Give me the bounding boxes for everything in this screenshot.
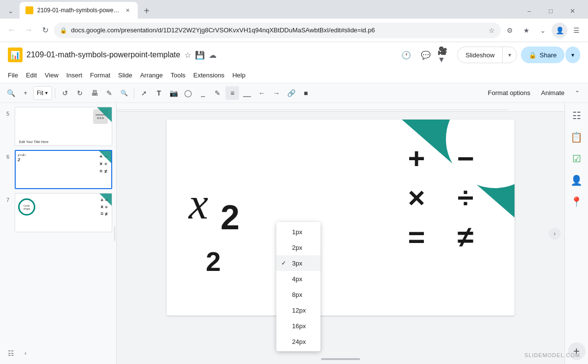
comment-icon[interactable]: 💬 <box>418 47 434 63</box>
menu-tools[interactable]: Tools <box>167 69 189 82</box>
format-options-btn[interactable]: Format options <box>483 86 536 100</box>
option-label: 12px <box>292 307 306 314</box>
border-dash-btn[interactable]: ⎯⎯ <box>240 86 254 100</box>
menu-insert[interactable]: Insert <box>62 69 86 82</box>
arrow-start-btn[interactable]: ← <box>255 86 269 100</box>
tab-favicon <box>25 6 33 14</box>
minimize-btn[interactable]: – <box>519 4 539 18</box>
border-16px-option[interactable]: 16px <box>276 318 320 334</box>
sidebar-contacts-icon[interactable]: 👤 <box>568 171 586 189</box>
collapse-panel-btn[interactable]: ‹ <box>20 347 31 359</box>
slide-num-7: 7 <box>4 197 12 203</box>
extensions-btn[interactable]: ☰ <box>568 23 584 38</box>
star-icon[interactable]: ☆ <box>184 50 191 60</box>
menu-extensions[interactable]: Extensions <box>190 69 229 82</box>
paint-format-btn[interactable]: ✎ <box>102 86 116 100</box>
slide-thumb-5[interactable]: 5 <box>4 107 112 146</box>
reload-btn[interactable]: ↻ <box>37 23 53 38</box>
slideshow-button[interactable]: Slideshow <box>457 47 502 63</box>
sidebar-notes-icon[interactable]: 📋 <box>568 128 586 146</box>
lock-icon: 🔒 <box>60 27 67 34</box>
image-btn[interactable]: 📷 <box>167 86 180 100</box>
shape-btn[interactable]: ◯ <box>181 86 195 100</box>
horizontal-scrollbar[interactable] <box>321 358 360 360</box>
math-operators: + − × ÷ = ≠ <box>397 144 485 252</box>
slide-preview-6[interactable]: x=4÷2 +− ×÷ =≠ <box>15 150 112 189</box>
forward-btn[interactable]: → <box>21 23 36 38</box>
option-label: 24px <box>292 338 306 345</box>
grid-view-btn[interactable]: ☷ <box>4 346 18 360</box>
slide-thumb-6[interactable]: 6 x=4÷2 +− ×÷ =≠ <box>4 150 112 189</box>
share-dropdown-btn[interactable]: ▼ <box>565 47 580 63</box>
border-1px-option[interactable]: 1px <box>276 224 320 240</box>
accessibility-btn[interactable]: ■ <box>299 86 313 100</box>
zoom-field-btn[interactable]: 🔍 <box>117 86 131 100</box>
video-icon[interactable]: 🎥▼ <box>438 47 453 63</box>
undo-btn[interactable]: ↺ <box>58 86 72 100</box>
slide-canvas[interactable]: x 2 2 + − × ÷ = ≠ <box>167 120 514 315</box>
slide-preview-5[interactable]: Edit Your Title Here <box>15 107 112 146</box>
menu-arrange[interactable]: Arrange <box>136 69 167 82</box>
profile-btn[interactable]: 👤 <box>552 23 567 38</box>
watermark: SLIDEMODEL.COM <box>524 352 580 358</box>
line-btn[interactable]: ⎯ <box>196 86 210 100</box>
menu-slide[interactable]: Slide <box>114 69 136 82</box>
sidebar-maps-icon[interactable]: 📍 <box>568 193 586 211</box>
minus-symbol: − <box>446 144 485 173</box>
maximize-btn[interactable]: □ <box>541 4 561 18</box>
animate-btn[interactable]: Animate <box>536 86 569 100</box>
zoom-out-btn[interactable]: + <box>19 86 32 100</box>
border-3px-option[interactable]: ✓ 3px <box>276 255 320 271</box>
print-btn[interactable]: 🖶 <box>88 86 101 100</box>
address-bar[interactable]: 🔒 docs.google.com/presentation/d/1D12V2W… <box>54 23 501 38</box>
border-24px-option[interactable]: 24px <box>276 334 320 349</box>
history-icon[interactable]: 🕐 <box>398 47 414 63</box>
collapse-toolbar-btn[interactable]: ⌃ <box>570 86 584 100</box>
menu-edit[interactable]: Edit <box>22 69 41 82</box>
sidebar-sheets-icon[interactable]: ☷ <box>568 107 586 124</box>
new-tab-btn[interactable]: + <box>140 4 153 18</box>
border-12px-option[interactable]: 12px <box>276 302 320 318</box>
border-8px-option[interactable]: 8px <box>276 287 320 302</box>
zoom-value: Fit <box>37 90 43 97</box>
menu-view[interactable]: View <box>41 69 62 82</box>
arrow-end-btn[interactable]: → <box>270 86 283 100</box>
border-4px-option[interactable]: 4px <box>276 271 320 287</box>
menu-help[interactable]: Help <box>228 69 249 82</box>
slideshow-dropdown-btn[interactable]: ▼ <box>502 47 517 63</box>
slide-thumb-7[interactable]: 7 Circleshape +− ×÷ =≠ <box>4 193 112 232</box>
sidebar-tasks-icon[interactable]: ☑ <box>568 150 586 168</box>
slide-preview-7[interactable]: Circleshape +− ×÷ =≠ <box>15 193 112 232</box>
equals-symbol: = <box>397 222 436 252</box>
downloads-btn[interactable]: ⌄ <box>535 23 551 38</box>
zoom-stepper[interactable]: Fit ▼ <box>33 86 52 100</box>
cloud-icon[interactable]: ☁ <box>209 50 217 60</box>
slide-num-5: 5 <box>4 111 12 117</box>
bookmark-btn[interactable]: ★ <box>518 23 534 38</box>
menu-format[interactable]: Format <box>86 69 114 82</box>
tab-close-btn[interactable]: ✕ <box>123 6 132 15</box>
history-btn[interactable]: ⚙ <box>502 23 517 38</box>
border-weight-dropdown: 1px 2px ✓ 3px 4px 8px 12px <box>276 222 320 351</box>
select-btn[interactable]: ➚ <box>137 86 151 100</box>
times-symbol: × <box>397 183 436 213</box>
menu-file[interactable]: File <box>4 69 22 82</box>
back-btn[interactable]: ← <box>4 23 20 38</box>
pencil-btn[interactable]: ✎ <box>211 86 224 100</box>
panel-resize-handle[interactable] <box>113 103 116 364</box>
tab-dropdown-btn[interactable]: ⌄ <box>4 4 18 18</box>
text-btn[interactable]: T <box>152 86 166 100</box>
border-weight-btn[interactable]: ≡ <box>225 86 239 100</box>
share-button[interactable]: 🔒 Share <box>521 47 564 63</box>
border-2px-option[interactable]: 2px <box>276 240 320 255</box>
close-btn[interactable]: ✕ <box>563 4 582 18</box>
star-icon[interactable]: ☆ <box>489 26 495 34</box>
italic-x: x <box>189 178 208 229</box>
expand-right-btn[interactable]: › <box>549 228 561 240</box>
link-btn[interactable]: 🔗 <box>284 86 298 100</box>
move-to-drive-icon[interactable]: 💾 <box>195 50 205 60</box>
redo-btn[interactable]: ↻ <box>73 86 87 100</box>
zoom-in-btn[interactable]: 🔍 <box>4 86 18 100</box>
option-label: 4px <box>292 275 302 283</box>
active-tab[interactable]: 2109-01-math-symbols-powe… ✕ <box>20 2 138 19</box>
